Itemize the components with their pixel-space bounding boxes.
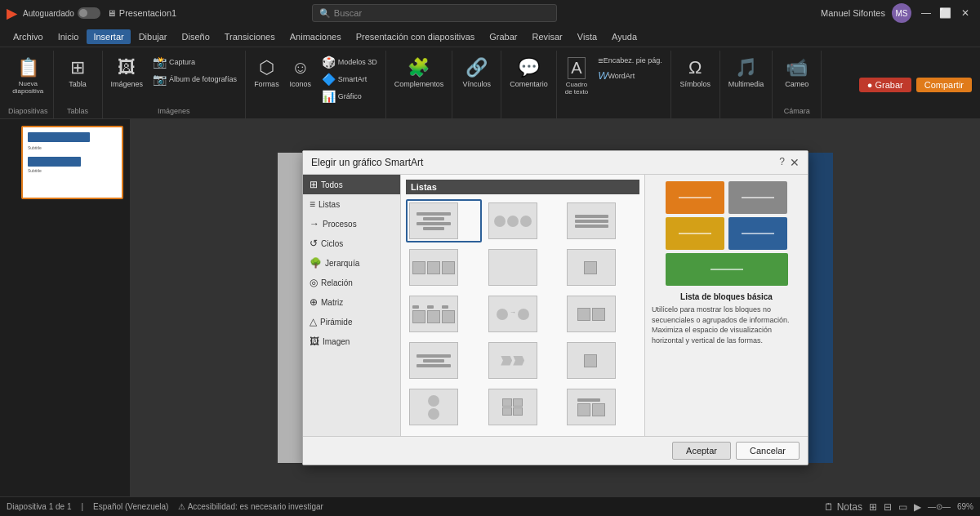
ribbon-group-symbols: Ω Símbolos bbox=[671, 51, 720, 118]
menu-item-dibujar[interactable]: Dibujar bbox=[132, 29, 174, 44]
dialog-close-button[interactable]: ✕ bbox=[790, 156, 800, 169]
ribbon-group-tablas: ⊞ Tabla Tablas bbox=[54, 51, 103, 118]
layout-item-9[interactable] bbox=[406, 339, 482, 382]
layout-item-1[interactable] bbox=[485, 199, 561, 242]
close-button[interactable]: ✕ bbox=[957, 5, 973, 21]
cancel-button[interactable]: Cancelar bbox=[736, 442, 800, 460]
menu-item-animaciones[interactable]: Animaciones bbox=[283, 29, 348, 44]
layout-item-10[interactable] bbox=[485, 339, 561, 382]
language-status: Español (Venezuela) bbox=[93, 502, 168, 511]
models3d-button[interactable]: 🎲 Modelos 3D bbox=[318, 54, 381, 70]
notes-button[interactable]: 🗒 Notas bbox=[824, 501, 862, 513]
symbols-icon: Ω bbox=[688, 57, 702, 78]
dialog-help-button[interactable]: ? bbox=[779, 156, 785, 169]
restore-button[interactable]: ⬜ bbox=[938, 5, 954, 21]
menu-item-grabar[interactable]: Grabar bbox=[483, 29, 523, 44]
wordart-button[interactable]: W WordArt bbox=[595, 68, 665, 83]
main-area: 1 Subtitle Subtitle •Difoosion bbox=[0, 119, 980, 496]
menu-item-revisar[interactable]: Revisar bbox=[526, 29, 569, 44]
category-relación[interactable]: ◎Relación bbox=[303, 273, 400, 292]
dialog-preview: Lista de bloques básica Utilícelo para m… bbox=[644, 175, 808, 436]
layout-item-13[interactable] bbox=[485, 385, 561, 429]
view-slideshow-icon[interactable]: ▶ bbox=[914, 501, 921, 513]
thumb-text-1: Subtitle bbox=[28, 145, 117, 150]
category-imagen[interactable]: 🖼Imagen bbox=[303, 331, 400, 351]
category-pirámide[interactable]: △Pirámide bbox=[303, 312, 400, 331]
addins-button[interactable]: 🧩 Complementos bbox=[391, 54, 448, 90]
menu-item-vista[interactable]: Vista bbox=[571, 29, 604, 44]
dialog-overlay: Elegir un gráfico SmartArt ? ✕ ⊞Todos≡Li… bbox=[278, 153, 833, 463]
links-icon: 🔗 bbox=[466, 57, 488, 78]
category-jerarquía[interactable]: 🌳Jerarquía bbox=[303, 253, 400, 273]
ribbon-group-addins: 🧩 Complementos bbox=[386, 51, 453, 118]
category-matriz[interactable]: ⊕Matriz bbox=[303, 292, 400, 312]
symbols-button[interactable]: Ω Símbolos bbox=[676, 54, 714, 90]
icons-button[interactable]: ☺ Iconos bbox=[286, 54, 315, 90]
canvas-area: •Difoosion Elegir un gráfico SmartArt ? … bbox=[131, 119, 980, 496]
preview-description: Utilícelo para mostrar los bloques no se… bbox=[652, 305, 801, 345]
title-bar: ▶ Autoguardado 🖥 Presentacion1 🔍 Buscar … bbox=[0, 0, 980, 26]
chart-button[interactable]: 📊 Gráfico bbox=[318, 88, 381, 105]
status-bar: Diapositiva 1 de 1 | Español (Venezuela)… bbox=[0, 496, 980, 516]
menu-item-insertar[interactable]: Insertar bbox=[87, 29, 130, 44]
category-ciclos[interactable]: ↺Ciclos bbox=[303, 234, 400, 253]
record-button[interactable]: ● Grabar bbox=[859, 78, 911, 92]
share-button[interactable]: Compartir bbox=[916, 78, 972, 92]
album-button[interactable]: 📷 Álbum de fotografías bbox=[149, 71, 240, 87]
preview-block-3 bbox=[666, 217, 724, 250]
layout-item-6[interactable] bbox=[406, 292, 482, 336]
layout-item-5[interactable] bbox=[564, 246, 639, 289]
search-box[interactable]: 🔍 Buscar bbox=[312, 4, 557, 22]
slide-thumbnail[interactable]: Subtitle Subtitle bbox=[21, 126, 123, 199]
new-slide-icon: 📋 bbox=[17, 57, 39, 78]
layout-item-14[interactable] bbox=[564, 385, 639, 429]
preview-graphic bbox=[666, 181, 788, 286]
shapes-button[interactable]: ⬡ Formas bbox=[251, 54, 283, 90]
category-todos[interactable]: ⊞Todos bbox=[303, 175, 400, 194]
category-procesos[interactable]: →Procesos bbox=[303, 214, 400, 234]
layout-item-4[interactable] bbox=[485, 246, 561, 289]
layout-item-0[interactable] bbox=[406, 199, 482, 242]
capture-button[interactable]: 📸 Captura bbox=[149, 54, 240, 70]
dialog-layouts: Listas → bbox=[401, 175, 644, 436]
new-slide-button[interactable]: 📋 Nuevadiapositiva bbox=[9, 54, 47, 96]
cameo-button[interactable]: 📹 Cameo bbox=[782, 54, 812, 90]
layout-item-8[interactable] bbox=[564, 292, 639, 336]
layout-item-7[interactable]: → bbox=[485, 292, 561, 336]
zoom-slider[interactable]: —⊙— bbox=[928, 502, 951, 511]
menu-item-inicio[interactable]: Inicio bbox=[51, 29, 86, 44]
menu-item-diseño[interactable]: Diseño bbox=[176, 29, 216, 44]
user-avatar[interactable]: MS bbox=[892, 3, 911, 23]
smartart-button[interactable]: 🔷 SmartArt bbox=[318, 71, 381, 87]
category-listas[interactable]: ≡Listas bbox=[303, 194, 400, 214]
menu-item-archivo[interactable]: Archivo bbox=[7, 29, 50, 44]
layout-item-11[interactable] bbox=[564, 339, 639, 382]
menu-item-presentación-con-diapositivas[interactable]: Presentación con diapositivas bbox=[350, 29, 482, 44]
accept-button[interactable]: Aceptar bbox=[672, 442, 731, 460]
images-button[interactable]: 🖼 Imágenes bbox=[108, 54, 147, 90]
layouts-grid: → bbox=[406, 199, 639, 429]
header-button[interactable]: ≡ Encabez. pie pág. bbox=[595, 54, 665, 67]
links-button[interactable]: 🔗 Vínculos bbox=[459, 54, 494, 90]
layout-item-12[interactable] bbox=[406, 385, 482, 429]
view-reading-icon[interactable]: ▭ bbox=[898, 501, 907, 513]
ribbon: 📋 Nuevadiapositiva Diapositivas ⊞ Tabla … bbox=[0, 47, 980, 119]
comment-button[interactable]: 💬 Comentario bbox=[506, 54, 551, 90]
minimize-button[interactable]: — bbox=[918, 5, 934, 21]
ribbon-group-camera: 📹 Cameo Cámara bbox=[773, 51, 822, 118]
menu-item-ayuda[interactable]: Ayuda bbox=[605, 29, 644, 44]
media-button[interactable]: 🎵 Multimedia bbox=[725, 54, 768, 90]
ribbon-group-links: 🔗 Vínculos bbox=[452, 51, 501, 118]
view-normal-icon[interactable]: ⊞ bbox=[869, 501, 877, 513]
slide-canvas[interactable]: •Difoosion Elegir un gráfico SmartArt ? … bbox=[278, 153, 833, 463]
view-sorter-icon[interactable]: ⊟ bbox=[884, 501, 892, 513]
autosave-toggle[interactable] bbox=[78, 7, 100, 19]
layout-item-3[interactable] bbox=[406, 246, 482, 289]
ribbon-group-shapes: ⬡ Formas ☺ Iconos 🎲 Modelos 3D 🔷 SmartAr… bbox=[246, 51, 386, 118]
menu-item-transiciones[interactable]: Transiciones bbox=[218, 29, 282, 44]
dialog-footer: Aceptar Cancelar bbox=[303, 436, 808, 465]
table-button[interactable]: ⊞ Tabla bbox=[63, 54, 92, 90]
layout-item-2[interactable] bbox=[564, 199, 639, 242]
accessibility-status[interactable]: ⚠ Accesibilidad: es necesario investigar bbox=[178, 502, 323, 511]
textbox-button[interactable]: A Cuadrode texto bbox=[562, 54, 591, 97]
